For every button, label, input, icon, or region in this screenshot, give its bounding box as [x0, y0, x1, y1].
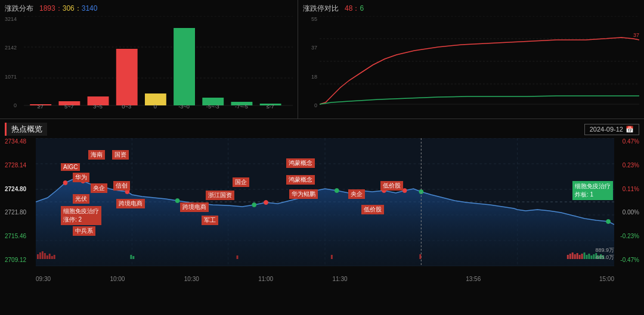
svg-text:-3~0: -3~0: [178, 104, 190, 108]
svg-rect-55: [39, 252, 41, 259]
svg-point-52: [606, 220, 611, 224]
hotspot-zj-guozi: 浙江国资: [206, 191, 234, 200]
hotspot-title-text: 热点概览: [11, 124, 42, 133]
svg-rect-76: [588, 254, 590, 259]
hotspot-cell-therapy-up: 细胞免疫治疗涨停: 2: [61, 206, 101, 225]
hotspot-zhongbing: 中兵系: [73, 226, 95, 236]
svg-rect-69: [572, 252, 574, 259]
hotspot-panel: 热点概览 2024-09-12 📅 2734.48 2728.14 2724.8…: [0, 119, 644, 315]
svg-rect-66: [419, 254, 421, 259]
down-limit-count: 6: [360, 4, 364, 13]
hotspot-xinchuang: 信创: [113, 181, 130, 191]
svg-rect-71: [577, 253, 578, 259]
hotspot-cross-border2: 跨境电商: [180, 202, 209, 212]
svg-rect-56: [42, 251, 44, 259]
hotspot-yangqi: 央企: [91, 183, 107, 193]
price-2715: 2715.46: [5, 233, 36, 239]
time-0930: 09:30: [36, 276, 51, 282]
svg-rect-64: [237, 255, 239, 259]
svg-point-48: [175, 199, 179, 203]
svg-text:0~3: 0~3: [122, 104, 131, 108]
rise-fall-title: 涨跌分布 1893：306：3140: [5, 4, 293, 14]
time-1100: 11:00: [258, 276, 273, 282]
svg-rect-77: [590, 255, 592, 259]
rise-fall-panel: 涨跌分布 1893：306：3140 3214 2142 1071 0: [0, 0, 298, 118]
limit-title-text: 涨跌停对比: [303, 4, 339, 13]
price-2734: 2734.48: [5, 138, 36, 145]
svg-point-44: [264, 201, 268, 205]
pct-011: 0.11%: [615, 186, 639, 192]
date-text: 2024-09-12: [590, 126, 623, 133]
r-y-37: 37: [311, 45, 317, 51]
time-1500: 15:00: [599, 276, 614, 282]
bottom-header: 热点概览 2024-09-12 📅: [5, 123, 639, 136]
y-label-2142: 2142: [5, 45, 17, 51]
hotspot-hainan: 海南: [88, 150, 105, 160]
svg-rect-75: [586, 255, 587, 259]
r-y-55: 55: [311, 16, 317, 22]
hotspot-yangqi2: 央企: [348, 189, 365, 199]
x-time-axis: 09:30 10:00 10:30 11:00 11:30 13:56 15:0…: [36, 276, 614, 282]
y-label-3214: 3214: [5, 16, 17, 22]
pct-n023: -0.23%: [615, 233, 639, 239]
svg-point-50: [335, 189, 339, 193]
svg-point-41: [63, 181, 67, 185]
price-2728: 2728.14: [5, 162, 36, 169]
svg-rect-73: [581, 254, 583, 259]
vol-label-2: 445.0万: [595, 254, 614, 261]
hotspot-cell-therapy-down: 细胞免疫治疗炸板: 1: [572, 181, 613, 200]
hotspot-kunpeng: 华为鲲鹏: [289, 189, 318, 199]
hotspot-hongmeng2: 鸿蒙概念: [286, 175, 315, 185]
svg-rect-68: [569, 254, 571, 259]
svg-rect-60: [51, 256, 53, 259]
svg-text:-7~-5: -7~-5: [235, 104, 248, 108]
time-1356: 13:56: [466, 276, 481, 282]
up-limit-count: 48: [345, 4, 352, 13]
svg-rect-70: [574, 254, 576, 259]
pct-023: 0.23%: [615, 162, 639, 169]
y-label-0: 0: [14, 102, 17, 108]
svg-text:-5~-3: -5~-3: [206, 104, 219, 108]
hotspot-guangfu: 光伏: [73, 194, 89, 204]
y-label-1071: 1071: [5, 74, 17, 80]
svg-rect-78: [593, 254, 595, 259]
svg-point-49: [252, 203, 256, 207]
r-y-0: 0: [314, 102, 317, 108]
svg-point-47: [402, 189, 407, 193]
svg-text:3~5: 3~5: [93, 104, 103, 108]
svg-text:0: 0: [154, 104, 157, 108]
hotspot-guoqi: 国企: [233, 177, 249, 187]
price-2721: 2721.80: [5, 209, 36, 216]
hotspot-low-price1: 低价股: [380, 181, 403, 191]
bar-chart-svg: ≥7 5~7 3~5 0~3 0 -3~0 -5~-3 -7~-5 ≤-7: [24, 16, 293, 108]
svg-rect-54: [37, 254, 39, 259]
fall-count: 3140: [82, 4, 98, 13]
svg-text:≤-7: ≤-7: [266, 104, 274, 108]
hotspot-jungong: 军工: [202, 216, 218, 225]
rise-count: 1893: [39, 4, 55, 13]
limit-line-chart: 37: [320, 16, 639, 108]
rise-fall-title-text: 涨跌分布: [5, 4, 33, 13]
hotspot-huawei: 华为: [73, 173, 89, 182]
svg-text:≥7: ≥7: [38, 104, 44, 108]
svg-rect-72: [579, 255, 581, 259]
price-2724: 2724.80: [5, 186, 36, 192]
svg-rect-59: [49, 254, 51, 259]
hotspot-low-price2: 低价股: [361, 205, 384, 214]
time-1130: 11:30: [333, 276, 348, 282]
svg-rect-62: [130, 255, 132, 259]
svg-rect-61: [54, 255, 55, 259]
svg-rect-74: [584, 252, 586, 259]
main-chart: 2734.48 2728.14 2724.80 2721.80 2715.46 …: [5, 138, 639, 293]
hotspot-guozi: 国资: [112, 150, 129, 160]
pct-047: 0.47%: [615, 138, 639, 145]
svg-rect-57: [44, 253, 46, 259]
hotspot-title: 热点概览: [5, 123, 47, 136]
svg-rect-63: [132, 256, 134, 259]
svg-rect-58: [47, 255, 48, 259]
calendar-icon: 📅: [626, 126, 634, 133]
hotspot-cross-border1: 跨境电商: [116, 199, 145, 208]
date-badge: 2024-09-12 📅: [584, 124, 639, 135]
price-2709: 2709.12: [5, 257, 36, 263]
time-1000: 10:00: [110, 276, 125, 282]
